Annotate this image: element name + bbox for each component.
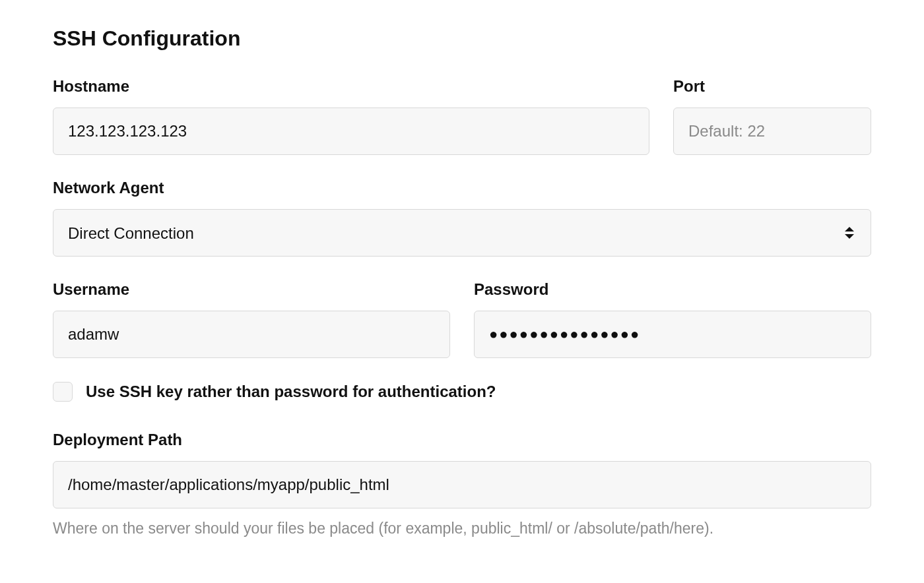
port-input[interactable]: [673, 107, 871, 155]
network-agent-field: Network Agent Direct Connection: [53, 179, 871, 257]
deployment-path-input[interactable]: [53, 461, 871, 508]
hostname-input[interactable]: [53, 107, 649, 155]
password-field: Password ●●●●●●●●●●●●●●●: [474, 280, 871, 358]
username-input[interactable]: [53, 311, 450, 358]
hostname-label: Hostname: [53, 77, 649, 96]
hostname-field: Hostname: [53, 77, 649, 155]
password-mask: ●●●●●●●●●●●●●●●: [489, 326, 640, 343]
username-field: Username: [53, 280, 450, 358]
deployment-path-help: Where on the server should your files be…: [53, 518, 871, 539]
username-label: Username: [53, 280, 450, 299]
ssh-key-checkbox[interactable]: [53, 382, 73, 402]
section-title: SSH Configuration: [53, 26, 871, 51]
password-input[interactable]: ●●●●●●●●●●●●●●●: [474, 311, 871, 358]
port-field: Port: [673, 77, 871, 155]
deployment-path-field: Deployment Path Where on the server shou…: [53, 431, 871, 539]
network-agent-label: Network Agent: [53, 179, 871, 197]
password-label: Password: [474, 280, 871, 299]
port-label: Port: [673, 77, 871, 96]
ssh-key-checkbox-row: Use SSH key rather than password for aut…: [53, 382, 871, 402]
network-agent-select[interactable]: Direct Connection: [53, 209, 871, 257]
ssh-key-checkbox-label: Use SSH key rather than password for aut…: [86, 383, 496, 401]
deployment-path-label: Deployment Path: [53, 431, 871, 449]
